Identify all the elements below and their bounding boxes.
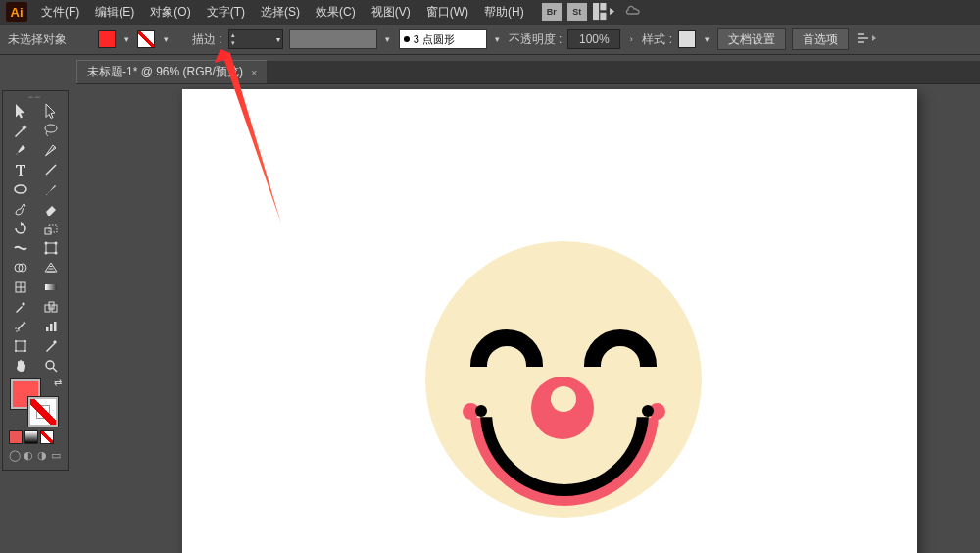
bridge-button[interactable]: Br [542,3,562,21]
menu-help[interactable]: 帮助(H) [476,1,532,24]
stroke-swatch[interactable] [137,30,155,48]
selection-tool[interactable] [5,101,35,121]
svg-point-28 [15,327,17,329]
nose-inner-shape[interactable] [551,386,576,412]
shaper-tool[interactable] [5,199,35,219]
menu-effect[interactable]: 效果(C) [308,1,364,24]
style-swatch[interactable] [678,30,696,48]
svg-rect-5 [858,41,864,43]
tab-close-button[interactable]: × [251,67,257,78]
sync-icon[interactable] [624,4,644,21]
stroke-weight-spinner[interactable]: ▴▾ [231,31,235,47]
stroke-color-box[interactable] [28,397,58,427]
document-tab[interactable]: 未标题-1* @ 96% (RGB/预览) × [76,60,268,83]
document-tab-bar: 未标题-1* @ 96% (RGB/预览) × [76,61,980,84]
svg-rect-24 [45,284,57,290]
menu-select[interactable]: 选择(S) [253,1,308,24]
smile-cap [642,405,654,417]
pen-tool[interactable] [5,140,35,160]
menu-file[interactable]: 文件(F) [33,1,87,24]
stock-button[interactable]: St [567,3,587,21]
style-label: 样式 : [642,31,672,48]
svg-point-9 [17,152,19,154]
preferences-button[interactable]: 首选项 [792,28,849,50]
menu-window[interactable]: 窗口(W) [418,1,476,24]
scale-tool[interactable] [35,219,66,238]
symbol-sprayer-tool[interactable] [5,317,35,336]
artboard-tool[interactable] [5,336,35,356]
brush-dropdown[interactable]: ▾ [493,30,503,48]
svg-point-35 [46,361,54,369]
color-mode-none[interactable] [40,430,54,444]
perspective-grid-tool[interactable] [35,258,66,277]
svg-rect-3 [858,33,864,35]
document-setup-button[interactable]: 文档设置 [717,28,786,50]
hand-tool[interactable] [5,356,35,376]
color-mode-row [5,428,66,446]
opacity-input[interactable]: 100% [567,29,620,49]
arrange-documents-button[interactable] [593,3,614,21]
curvature-tool[interactable] [35,140,66,160]
eyedropper-tool[interactable] [5,297,35,317]
color-mode-gradient[interactable] [24,430,38,444]
stroke-profile-dropdown[interactable]: ▾ [383,30,393,48]
swap-fill-stroke-icon[interactable]: ⇄ [54,377,62,388]
svg-rect-0 [593,3,599,20]
color-mode-color[interactable] [9,430,23,444]
brush-select[interactable]: 3 点圆形 [399,29,487,49]
fill-swatch[interactable] [98,30,116,48]
eraser-tool[interactable] [35,199,66,219]
gradient-tool[interactable] [35,277,66,297]
shape-builder-tool[interactable] [5,258,35,277]
blend-tool[interactable] [35,297,66,317]
control-bar: 未选择对象 ▾ ▾ 描边 : ▴▾ ▾ ▾ 3 点圆形 ▾ 不透明度 : 100… [0,24,980,55]
paintbrush-tool[interactable] [35,179,66,199]
left-eye-shape[interactable] [470,329,543,367]
draw-behind-icon[interactable]: ◐ [23,448,34,462]
draw-inside-icon[interactable]: ◑ [36,448,48,462]
line-segment-tool[interactable] [35,160,66,179]
width-tool[interactable] [5,238,35,258]
type-tool[interactable] [5,160,35,179]
align-flyout-icon[interactable] [858,31,876,47]
svg-point-11 [15,185,26,193]
artboard[interactable] [182,89,917,553]
svg-rect-2 [600,13,606,20]
right-eye-shape[interactable] [584,329,657,367]
selection-status: 未选择对象 [8,31,67,48]
draw-normal-icon[interactable]: ◯ [9,448,21,462]
slice-tool[interactable] [35,336,66,356]
svg-rect-1 [600,3,606,10]
column-graph-tool[interactable] [35,317,66,336]
svg-point-18 [54,252,57,255]
free-transform-tool[interactable] [35,238,66,258]
stroke-weight-input[interactable]: ▴▾ ▾ [228,29,283,49]
screen-mode-button[interactable]: ▭ [50,448,62,462]
menu-type[interactable]: 文字(T) [199,1,253,24]
svg-line-36 [53,368,57,372]
svg-point-17 [44,252,47,255]
menu-edit[interactable]: 编辑(E) [87,1,142,24]
fill-stroke-indicator[interactable]: ⇄ [5,376,66,428]
ellipse-tool[interactable] [5,179,35,199]
magic-wand-tool[interactable] [5,121,35,140]
brush-dot-icon [404,36,410,42]
direct-selection-tool[interactable] [35,101,66,121]
fill-dropdown[interactable]: ▾ [122,30,131,48]
workspace [76,86,980,553]
mesh-tool[interactable] [5,277,35,297]
panel-grip[interactable]: ┅┅ [5,93,66,101]
lasso-tool[interactable] [35,121,66,140]
zoom-tool[interactable] [35,356,66,376]
opacity-label: 不透明度 : [509,31,563,48]
style-dropdown[interactable]: ▾ [702,30,711,48]
svg-point-30 [18,329,20,331]
menu-view[interactable]: 视图(V) [364,1,418,24]
stroke-dropdown[interactable]: ▾ [161,30,171,48]
menu-object[interactable]: 对象(O) [142,1,198,24]
opacity-dropdown[interactable]: › [626,30,636,48]
stroke-profile-select[interactable] [289,29,377,49]
tool-panel: ┅┅ ⇄ ◯ [2,90,69,471]
face-shape[interactable] [425,241,702,518]
rotate-tool[interactable] [5,219,35,238]
